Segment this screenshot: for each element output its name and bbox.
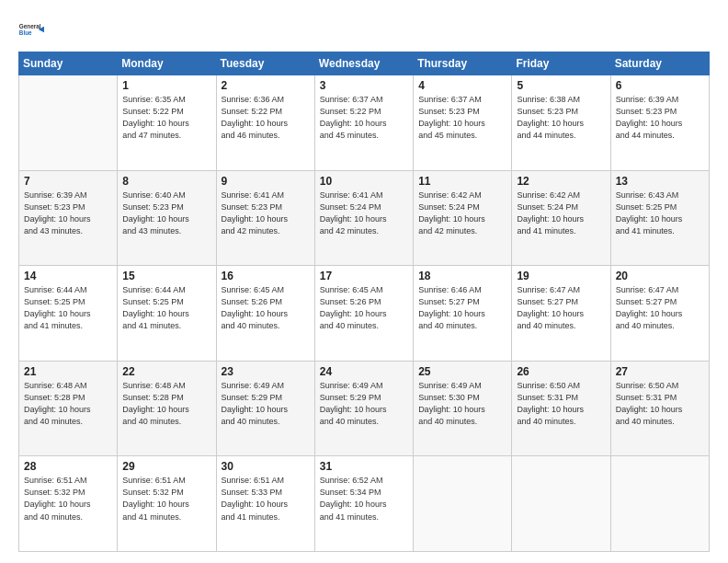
day-info: Sunrise: 6:51 AM Sunset: 5:32 PM Dayligh… [24, 475, 112, 523]
day-info: Sunrise: 6:41 AM Sunset: 5:23 PM Dayligh… [222, 190, 310, 237]
week-row-2: 7Sunrise: 6:39 AM Sunset: 5:23 PM Daylig… [19, 170, 710, 266]
calendar-cell: 23Sunrise: 6:49 AM Sunset: 5:29 PM Dayli… [216, 361, 314, 456]
day-info: Sunrise: 6:37 AM Sunset: 5:22 PM Dayligh… [320, 94, 408, 142]
day-number: 14 [24, 270, 112, 282]
calendar-cell: 28Sunrise: 6:51 AM Sunset: 5:32 PM Dayli… [19, 456, 118, 552]
calendar-cell: 21Sunrise: 6:48 AM Sunset: 5:28 PM Dayli… [19, 361, 118, 456]
day-info: Sunrise: 6:48 AM Sunset: 5:28 PM Dayligh… [122, 380, 210, 428]
calendar-cell: 12Sunrise: 6:42 AM Sunset: 5:24 PM Dayli… [512, 170, 610, 266]
day-number: 8 [122, 175, 210, 188]
day-info: Sunrise: 6:49 AM Sunset: 5:29 PM Dayligh… [222, 380, 310, 428]
day-number: 31 [320, 460, 408, 473]
day-number: 5 [517, 79, 605, 92]
day-info: Sunrise: 6:42 AM Sunset: 5:24 PM Dayligh… [418, 190, 506, 237]
day-number: 18 [418, 270, 506, 282]
day-number: 9 [222, 175, 310, 188]
header: General Blue [18, 17, 710, 42]
day-info: Sunrise: 6:50 AM Sunset: 5:31 PM Dayligh… [616, 380, 704, 428]
day-info: Sunrise: 6:39 AM Sunset: 5:23 PM Dayligh… [24, 190, 112, 237]
calendar-cell: 15Sunrise: 6:44 AM Sunset: 5:25 PM Dayli… [118, 266, 216, 362]
day-number: 26 [517, 365, 605, 378]
logo-svg: General Blue [18, 17, 44, 42]
day-info: Sunrise: 6:48 AM Sunset: 5:28 PM Dayligh… [24, 380, 112, 428]
day-info: Sunrise: 6:35 AM Sunset: 5:22 PM Dayligh… [122, 94, 210, 142]
day-number: 20 [616, 270, 704, 282]
day-info: Sunrise: 6:51 AM Sunset: 5:32 PM Dayligh… [122, 475, 210, 523]
day-number: 19 [517, 270, 605, 282]
day-number: 10 [320, 175, 408, 188]
calendar-cell: 13Sunrise: 6:43 AM Sunset: 5:25 PM Dayli… [610, 170, 709, 266]
calendar-cell: 24Sunrise: 6:49 AM Sunset: 5:29 PM Dayli… [314, 361, 413, 456]
calendar-cell: 6Sunrise: 6:39 AM Sunset: 5:23 PM Daylig… [610, 75, 709, 171]
calendar-cell: 3Sunrise: 6:37 AM Sunset: 5:22 PM Daylig… [314, 75, 413, 171]
svg-text:Blue: Blue [19, 29, 32, 36]
calendar-cell: 30Sunrise: 6:51 AM Sunset: 5:33 PM Dayli… [216, 456, 314, 552]
calendar-cell: 10Sunrise: 6:41 AM Sunset: 5:24 PM Dayli… [314, 170, 413, 266]
day-number: 27 [616, 365, 704, 378]
day-number: 22 [122, 365, 210, 378]
day-number: 17 [320, 270, 408, 282]
weekday-header-wednesday: Wednesday [314, 52, 413, 75]
calendar-table: SundayMondayTuesdayWednesdayThursdayFrid… [18, 52, 710, 552]
day-number: 23 [222, 365, 310, 378]
day-number: 3 [320, 79, 408, 92]
calendar-cell [512, 456, 610, 552]
calendar-cell [19, 75, 118, 171]
day-info: Sunrise: 6:38 AM Sunset: 5:23 PM Dayligh… [517, 94, 605, 142]
calendar-cell: 8Sunrise: 6:40 AM Sunset: 5:23 PM Daylig… [118, 170, 216, 266]
day-number: 6 [616, 79, 704, 92]
day-info: Sunrise: 6:36 AM Sunset: 5:22 PM Dayligh… [222, 94, 310, 142]
day-info: Sunrise: 6:52 AM Sunset: 5:34 PM Dayligh… [320, 475, 408, 523]
calendar-cell: 2Sunrise: 6:36 AM Sunset: 5:22 PM Daylig… [216, 75, 314, 171]
day-info: Sunrise: 6:44 AM Sunset: 5:25 PM Dayligh… [24, 284, 112, 332]
day-number: 1 [122, 79, 210, 92]
day-info: Sunrise: 6:39 AM Sunset: 5:23 PM Dayligh… [616, 94, 704, 142]
svg-text:General: General [19, 23, 41, 29]
calendar-cell: 14Sunrise: 6:44 AM Sunset: 5:25 PM Dayli… [19, 266, 118, 362]
day-number: 12 [517, 175, 605, 188]
weekday-header-friday: Friday [512, 52, 610, 75]
calendar-cell: 26Sunrise: 6:50 AM Sunset: 5:31 PM Dayli… [512, 361, 610, 456]
day-info: Sunrise: 6:47 AM Sunset: 5:27 PM Dayligh… [517, 284, 605, 332]
calendar-cell: 18Sunrise: 6:46 AM Sunset: 5:27 PM Dayli… [414, 266, 512, 362]
week-row-5: 28Sunrise: 6:51 AM Sunset: 5:32 PM Dayli… [19, 456, 710, 552]
day-number: 11 [418, 175, 506, 188]
calendar-cell: 29Sunrise: 6:51 AM Sunset: 5:32 PM Dayli… [118, 456, 216, 552]
day-number: 24 [320, 365, 408, 378]
day-number: 28 [24, 460, 112, 473]
page: General Blue SundayMondayTuesdayWednesda… [0, 0, 728, 563]
day-info: Sunrise: 6:44 AM Sunset: 5:25 PM Dayligh… [122, 284, 210, 332]
day-info: Sunrise: 6:37 AM Sunset: 5:23 PM Dayligh… [418, 94, 506, 142]
calendar-cell: 7Sunrise: 6:39 AM Sunset: 5:23 PM Daylig… [19, 170, 118, 266]
calendar-cell: 27Sunrise: 6:50 AM Sunset: 5:31 PM Dayli… [610, 361, 709, 456]
calendar-cell: 16Sunrise: 6:45 AM Sunset: 5:26 PM Dayli… [216, 266, 314, 362]
calendar-cell: 11Sunrise: 6:42 AM Sunset: 5:24 PM Dayli… [414, 170, 512, 266]
day-number: 30 [222, 460, 310, 473]
day-number: 21 [24, 365, 112, 378]
calendar-cell: 1Sunrise: 6:35 AM Sunset: 5:22 PM Daylig… [118, 75, 216, 171]
day-info: Sunrise: 6:50 AM Sunset: 5:31 PM Dayligh… [517, 380, 605, 428]
weekday-header-row: SundayMondayTuesdayWednesdayThursdayFrid… [19, 52, 710, 75]
calendar-cell: 5Sunrise: 6:38 AM Sunset: 5:23 PM Daylig… [512, 75, 610, 171]
logo: General Blue [18, 17, 44, 42]
day-info: Sunrise: 6:45 AM Sunset: 5:26 PM Dayligh… [222, 284, 310, 332]
day-number: 16 [222, 270, 310, 282]
day-info: Sunrise: 6:49 AM Sunset: 5:30 PM Dayligh… [418, 380, 506, 428]
calendar-cell: 17Sunrise: 6:45 AM Sunset: 5:26 PM Dayli… [314, 266, 413, 362]
day-number: 13 [616, 175, 704, 188]
day-info: Sunrise: 6:45 AM Sunset: 5:26 PM Dayligh… [320, 284, 408, 332]
calendar-cell: 31Sunrise: 6:52 AM Sunset: 5:34 PM Dayli… [314, 456, 413, 552]
day-info: Sunrise: 6:42 AM Sunset: 5:24 PM Dayligh… [517, 190, 605, 237]
day-info: Sunrise: 6:43 AM Sunset: 5:25 PM Dayligh… [616, 190, 704, 237]
day-number: 2 [222, 79, 310, 92]
day-number: 29 [122, 460, 210, 473]
day-number: 15 [122, 270, 210, 282]
week-row-3: 14Sunrise: 6:44 AM Sunset: 5:25 PM Dayli… [19, 266, 710, 362]
calendar-cell: 19Sunrise: 6:47 AM Sunset: 5:27 PM Dayli… [512, 266, 610, 362]
day-info: Sunrise: 6:41 AM Sunset: 5:24 PM Dayligh… [320, 190, 408, 237]
day-number: 25 [418, 365, 506, 378]
week-row-4: 21Sunrise: 6:48 AM Sunset: 5:28 PM Dayli… [19, 361, 710, 456]
calendar-cell: 4Sunrise: 6:37 AM Sunset: 5:23 PM Daylig… [414, 75, 512, 171]
weekday-header-sunday: Sunday [19, 52, 118, 75]
day-info: Sunrise: 6:46 AM Sunset: 5:27 PM Dayligh… [418, 284, 506, 332]
